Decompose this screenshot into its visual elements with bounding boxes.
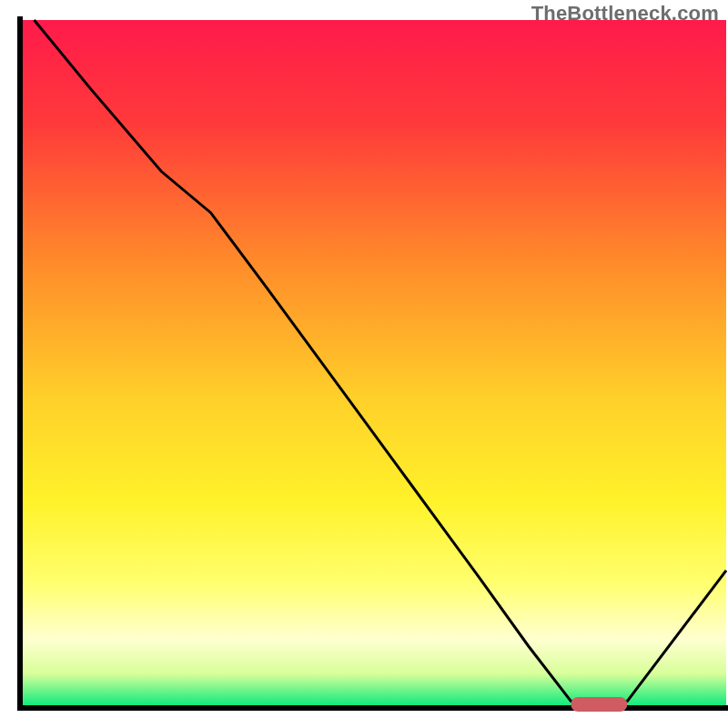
chart-container: TheBottleneck.com bbox=[0, 0, 728, 728]
optimum-marker bbox=[571, 697, 627, 712]
plot-background bbox=[20, 20, 726, 708]
watermark-label: TheBottleneck.com bbox=[531, 2, 719, 25]
bottleneck-chart bbox=[0, 0, 728, 728]
